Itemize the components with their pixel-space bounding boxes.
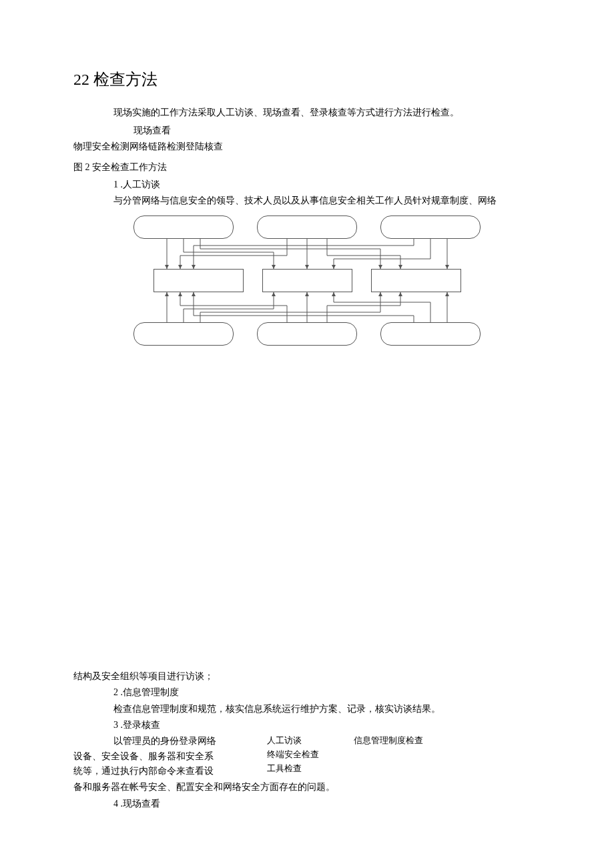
figure-caption: 图 2 安全检查工作方法 — [73, 160, 574, 175]
svg-marker-12 — [178, 292, 182, 296]
sub-label: 现场查看 — [133, 123, 574, 138]
item-4-number: 4 .现场查看 — [113, 797, 574, 811]
right-cell-r1c2: 信息管理制度检查 — [354, 734, 460, 748]
item-3-number: 3 .登录核查 — [113, 718, 574, 733]
svg-marker-15 — [192, 292, 196, 296]
two-column-block: 以管理员的身份登录网络 设备、安全设备、服务器和安全系 统等，通过执行内部命令来… — [73, 734, 574, 779]
item-1-paragraph: 与分管网络与信息安全的领导、技术人员以及从事信息安全相关工作人员针对规章制度、网… — [113, 193, 561, 208]
item-3-merged: 备和服务器在帐号安全、配置安全和网络安全方面存在的问题。 — [73, 780, 561, 795]
diagram-box-bot-mid — [257, 322, 357, 346]
svg-marker-13 — [305, 292, 309, 296]
vertical-gap — [40, 356, 574, 669]
item-1-number: 1 .人工访谈 — [113, 177, 574, 192]
right-cell-r1c1: 人工访谈 — [267, 734, 354, 748]
svg-marker-14 — [398, 292, 402, 296]
svg-marker-17 — [445, 292, 449, 296]
item-3-line-3: 统等，通过执行内部命令来查看设 — [73, 764, 254, 779]
diagram-box-bot-left — [133, 322, 234, 346]
resume-paragraph: 结构及安全组织等项目进行访谈； — [73, 669, 561, 684]
intro-paragraph: 现场实施的工作方法采取人工访谈、现场查看、登录核查等方式进行方法进行检查。 — [113, 105, 534, 120]
diagram-box-mid-left — [154, 269, 244, 292]
right-cell-r2c1: 终端安全检查 — [267, 748, 354, 762]
svg-marker-11 — [378, 292, 382, 296]
flow-diagram — [133, 215, 481, 356]
right-column: 人工访谈 信息管理制度检查 终端安全检查 工具检查 — [267, 734, 460, 779]
diagram-box-top-right — [380, 215, 481, 239]
svg-marker-10 — [272, 292, 276, 296]
section-heading: 22 检查方法 — [73, 67, 574, 92]
inline-methods: 物理安全检测网络链路检测登陆核查 — [73, 139, 574, 154]
item-3-line-2: 设备、安全设备、服务器和安全系 — [73, 749, 254, 764]
item-2-number: 2 .信息管理制度 — [113, 685, 574, 700]
svg-marker-9 — [165, 292, 169, 296]
svg-marker-16 — [332, 292, 336, 296]
diagram-box-mid-mid — [262, 269, 352, 292]
item-2-paragraph: 检查信息管理制度和规范，核实信息系统运行维护方案、记录，核实访谈结果。 — [113, 702, 561, 717]
right-cell-r3c1: 工具检查 — [267, 762, 354, 776]
diagram-box-bot-right — [380, 322, 481, 346]
diagram-box-mid-right — [371, 269, 461, 292]
left-column: 以管理员的身份登录网络 设备、安全设备、服务器和安全系 统等，通过执行内部命令来… — [73, 734, 254, 779]
diagram-box-top-left — [133, 215, 234, 239]
item-3-line-1: 以管理员的身份登录网络 — [73, 734, 254, 749]
diagram-box-top-mid — [257, 215, 357, 239]
